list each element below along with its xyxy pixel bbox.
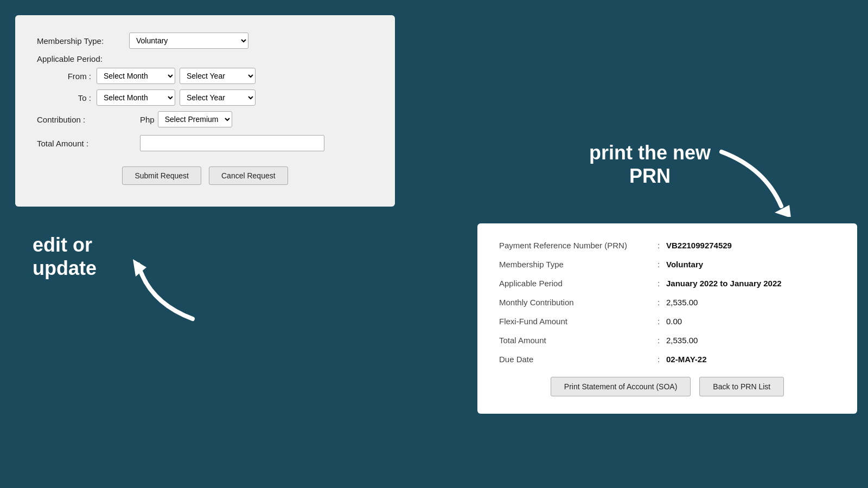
prn-value: VB221099274529 <box>666 241 732 250</box>
print-arrow-icon <box>711 146 797 217</box>
due-date-row: Due Date : 02-MAY-22 <box>499 355 835 364</box>
due-date-value: 02-MAY-22 <box>666 355 707 364</box>
detail-applicable-period-value: January 2022 to January 2022 <box>666 279 782 288</box>
due-date-label: Due Date <box>499 355 651 364</box>
detail-membership-type-label: Membership Type <box>499 260 651 269</box>
form-panel: Membership Type: Voluntary Employed Self… <box>15 15 395 207</box>
edit-arrow-icon <box>117 254 209 324</box>
from-year-select[interactable]: Select Year 20202021202220232024 <box>180 68 256 84</box>
monthly-contribution-colon: : <box>651 298 666 307</box>
detail-button-row: Print Statement of Account (SOA) Back to… <box>499 377 835 396</box>
from-row: From : Select Month JanuaryFebruaryMarch… <box>48 68 373 84</box>
from-label: From : <box>48 72 97 81</box>
total-amount-detail-colon: : <box>651 336 666 345</box>
submit-request-button[interactable]: Submit Request <box>122 166 201 185</box>
prn-row: Payment Reference Number (PRN) : VB22109… <box>499 241 835 250</box>
membership-type-row: Membership Type: Voluntary Employed Self… <box>37 33 373 49</box>
premium-select[interactable]: Select Premium 550.00 1100.00 1650.00 22… <box>158 111 232 127</box>
applicable-period-section: Applicable Period: From : Select Month J… <box>37 54 373 106</box>
detail-membership-type-value: Voluntary <box>666 260 703 269</box>
contribution-label: Contribution : <box>37 115 140 124</box>
flexi-fund-colon: : <box>651 317 666 326</box>
detail-applicable-period-colon: : <box>651 279 666 288</box>
detail-membership-type-row: Membership Type : Voluntary <box>499 260 835 269</box>
monthly-contribution-value: 2,535.00 <box>666 298 698 307</box>
detail-panel: Payment Reference Number (PRN) : VB22109… <box>477 223 857 414</box>
total-amount-detail-value: 2,535.00 <box>666 336 698 345</box>
flexi-fund-row: Flexi-Fund Amount : 0.00 <box>499 317 835 326</box>
applicable-period-label: Applicable Period: <box>37 54 373 63</box>
back-to-prn-list-button[interactable]: Back to PRN List <box>699 377 784 396</box>
period-rows: From : Select Month JanuaryFebruaryMarch… <box>37 68 373 106</box>
total-amount-detail-row: Total Amount : 2,535.00 <box>499 336 835 345</box>
membership-type-select[interactable]: Voluntary Employed Self-Employed OFW <box>129 33 248 49</box>
detail-applicable-period-label: Applicable Period <box>499 279 651 288</box>
from-month-select[interactable]: Select Month JanuaryFebruaryMarch AprilM… <box>97 68 175 84</box>
total-amount-row: Total Amount : <box>37 135 373 151</box>
total-amount-label: Total Amount : <box>37 139 140 148</box>
print-soa-button[interactable]: Print Statement of Account (SOA) <box>551 377 691 396</box>
membership-type-label: Membership Type: <box>37 36 129 46</box>
to-row: To : Select Month JanuaryFebruaryMarch A… <box>48 89 373 106</box>
to-label: To : <box>48 93 97 102</box>
form-button-row: Submit Request Cancel Request <box>37 166 373 185</box>
print-annotation: print the new PRN <box>589 141 711 188</box>
monthly-contribution-row: Monthly Contribution : 2,535.00 <box>499 298 835 307</box>
flexi-fund-value: 0.00 <box>666 317 682 326</box>
total-amount-input[interactable] <box>140 135 324 151</box>
cancel-request-button[interactable]: Cancel Request <box>209 166 288 185</box>
edit-annotation: edit or update <box>33 233 97 280</box>
flexi-fund-label: Flexi-Fund Amount <box>499 317 651 326</box>
php-label: Php <box>140 115 155 124</box>
to-year-select[interactable]: Select Year 20202021202220232024 <box>180 89 256 106</box>
contribution-row: Contribution : Php Select Premium 550.00… <box>37 111 373 127</box>
detail-membership-type-colon: : <box>651 260 666 269</box>
detail-applicable-period-row: Applicable Period : January 2022 to Janu… <box>499 279 835 288</box>
prn-label: Payment Reference Number (PRN) <box>499 241 651 250</box>
total-amount-detail-label: Total Amount <box>499 336 651 345</box>
prn-colon: : <box>651 241 666 250</box>
due-date-colon: : <box>651 355 666 364</box>
to-month-select[interactable]: Select Month JanuaryFebruaryMarch AprilM… <box>97 89 175 106</box>
monthly-contribution-label: Monthly Contribution <box>499 298 651 307</box>
